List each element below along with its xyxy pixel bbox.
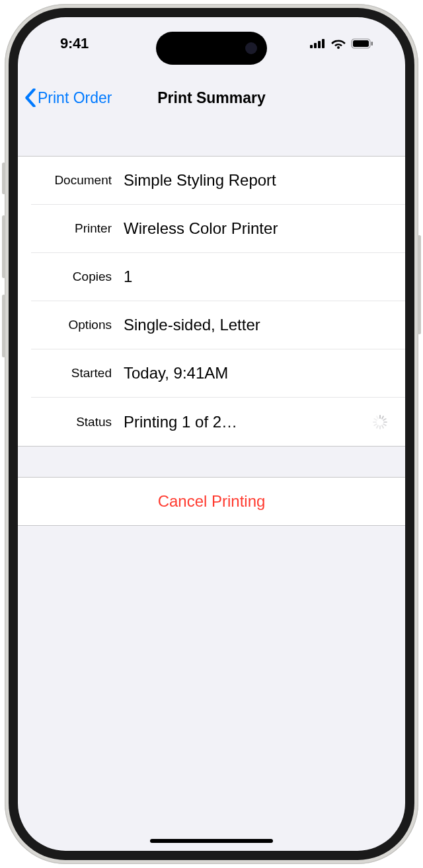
content: Document Simple Styling Report Printer W… (18, 156, 405, 851)
svg-line-12 (383, 424, 385, 425)
row-value: 1 (124, 268, 392, 286)
device-bezel: 9:41 (9, 8, 414, 860)
spinner-icon (372, 414, 388, 430)
svg-rect-0 (310, 45, 313, 48)
row-label: Printer (31, 221, 112, 236)
back-button[interactable]: Print Order (24, 89, 112, 107)
row-value: Printing 1 of 2… (124, 413, 372, 431)
back-label: Print Order (38, 89, 112, 107)
row-label: Started (31, 366, 112, 380)
volume-up-button (2, 215, 5, 278)
svg-line-13 (382, 425, 383, 427)
row-value: Simple Styling Report (124, 171, 392, 190)
row-label: Copies (31, 270, 112, 284)
row-value: Today, 9:41AM (124, 364, 392, 382)
page-title: Print Summary (157, 89, 266, 107)
row-label: Status (31, 415, 112, 429)
summary-section: Document Simple Styling Report Printer W… (18, 156, 405, 447)
dynamic-island (156, 32, 267, 65)
row-copies: Copies 1 (31, 253, 405, 301)
screen: 9:41 (18, 17, 405, 851)
device-frame: 9:41 (5, 4, 418, 864)
status-time: 9:41 (60, 35, 89, 52)
svg-line-19 (377, 416, 378, 418)
row-value: Wireless Color Printer (124, 219, 392, 238)
svg-rect-6 (353, 40, 369, 47)
power-button (418, 235, 421, 334)
wifi-icon (331, 38, 346, 49)
svg-line-15 (377, 425, 378, 427)
svg-line-9 (382, 416, 383, 418)
row-started: Started Today, 9:41AM (31, 349, 405, 398)
row-label: Document (31, 173, 112, 188)
svg-point-4 (337, 46, 340, 49)
status-indicators (310, 38, 373, 49)
cellular-signal-icon (310, 39, 326, 48)
nav-bar: Print Order Print Summary (18, 74, 405, 122)
svg-rect-1 (314, 43, 317, 48)
svg-rect-7 (371, 42, 373, 46)
row-value: Single-sided, Letter (124, 316, 392, 334)
svg-line-10 (383, 419, 385, 420)
row-printer: Printer Wireless Color Printer (31, 205, 405, 253)
row-label: Options (31, 318, 112, 332)
svg-rect-3 (322, 39, 325, 48)
svg-line-16 (374, 424, 376, 425)
row-status: Status Printing 1 of 2… (31, 398, 405, 446)
row-document: Document Simple Styling Report (31, 157, 405, 205)
silent-switch (2, 163, 5, 194)
section-gap (18, 447, 405, 477)
svg-rect-2 (318, 41, 321, 48)
row-options: Options Single-sided, Letter (31, 301, 405, 349)
volume-down-button (2, 295, 5, 357)
cancel-printing-button[interactable]: Cancel Printing (18, 478, 405, 525)
home-indicator[interactable] (150, 839, 273, 843)
battery-icon (351, 38, 373, 49)
cancel-section: Cancel Printing (18, 477, 405, 526)
chevron-left-icon (24, 89, 36, 107)
svg-line-18 (374, 419, 376, 420)
